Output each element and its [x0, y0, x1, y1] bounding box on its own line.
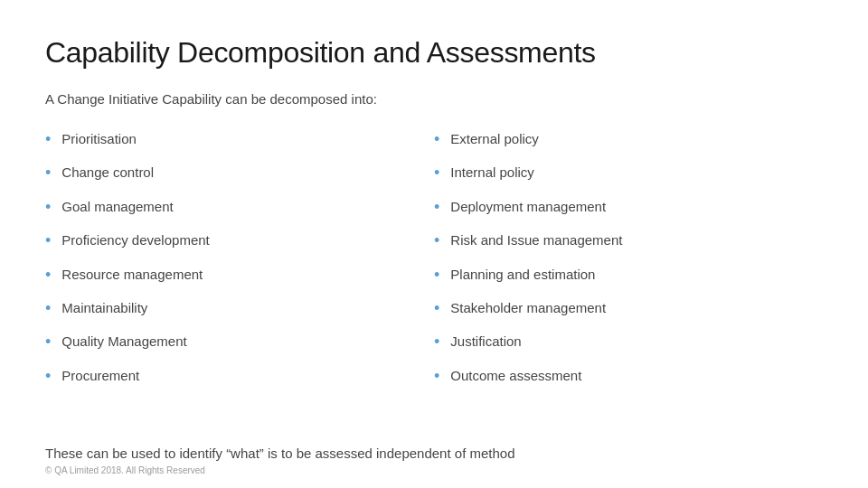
bullet-text: Goal management [61, 197, 173, 216]
bullet-text: Prioritisation [61, 129, 137, 148]
list-item: •Quality Management [45, 327, 434, 357]
bullet-icon: • [434, 332, 439, 352]
list-item: •Procurement [45, 361, 434, 391]
bullet-icon: • [434, 366, 439, 387]
bullet-text: Deployment management [450, 197, 606, 216]
bullet-text: Quality Management [61, 332, 186, 351]
list-item: •Internal policy [434, 158, 823, 188]
bullet-icon: • [45, 129, 51, 150]
bullet-icon: • [45, 230, 51, 251]
bullet-text: Internal policy [450, 163, 534, 182]
content-area: •Prioritisation•Change control•Goal mana… [45, 125, 823, 424]
bullet-text: Justification [450, 332, 521, 351]
bullet-text: External policy [450, 129, 539, 148]
list-item: •Deployment management [434, 192, 823, 222]
left-column: •Prioritisation•Change control•Goal mana… [45, 125, 434, 424]
bullet-text: Proficiency development [61, 230, 209, 249]
list-item: •Proficiency development [45, 226, 434, 256]
list-item: •Justification [434, 327, 823, 357]
bullet-icon: • [45, 265, 51, 286]
bullet-icon: • [434, 197, 439, 218]
bullet-text: Stakeholder management [450, 298, 606, 317]
list-item: •Stakeholder management [434, 294, 823, 324]
list-item: •Prioritisation [45, 125, 434, 155]
bullet-icon: • [45, 298, 51, 319]
bullet-icon: • [434, 265, 439, 286]
slide-subtitle: A Change Initiative Capability can be de… [45, 91, 823, 107]
bullet-text: Change control [61, 163, 154, 182]
bullet-icon: • [434, 230, 439, 251]
bullet-text: Outcome assessment [450, 366, 581, 385]
right-column: •External policy•Internal policy•Deploym… [434, 125, 823, 424]
list-item: •Risk and Issue management [434, 226, 823, 256]
copyright-text: © QA Limited 2018. All Rights Reserved [45, 465, 205, 475]
bullet-icon: • [45, 163, 51, 183]
bullet-text: Resource management [61, 265, 203, 284]
bullet-icon: • [434, 129, 439, 150]
list-item: •Goal management [45, 192, 434, 222]
slide-title: Capability Decomposition and Assessments [45, 36, 823, 70]
bullet-icon: • [45, 332, 51, 352]
bullet-text: Procurement [61, 366, 139, 385]
bullet-text: Planning and estimation [450, 265, 595, 284]
list-item: •External policy [434, 125, 823, 155]
bullet-text: Maintainability [61, 298, 147, 317]
list-item: •Planning and estimation [434, 260, 823, 290]
bullet-icon: • [434, 298, 439, 319]
list-item: •Resource management [45, 260, 434, 290]
footer-text: These can be used to identify “what” is … [45, 438, 823, 461]
bullet-icon: • [45, 366, 51, 387]
slide: Capability Decomposition and Assessments… [0, 0, 868, 488]
list-item: •Change control [45, 158, 434, 188]
list-item: •Maintainability [45, 294, 434, 324]
list-item: •Outcome assessment [434, 361, 823, 391]
bullet-icon: • [45, 197, 51, 218]
bullet-icon: • [434, 163, 439, 183]
bullet-text: Risk and Issue management [450, 230, 622, 249]
